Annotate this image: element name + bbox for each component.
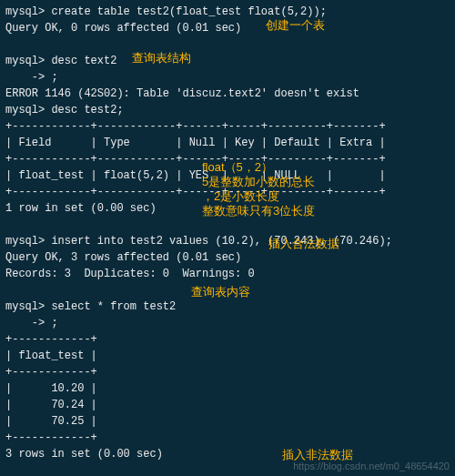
mysql-terminal[interactable]: mysql> create table test2(float_test flo… <box>0 0 455 476</box>
watermark: https://blog.csdn.net/m0_48654420 <box>293 459 450 474</box>
